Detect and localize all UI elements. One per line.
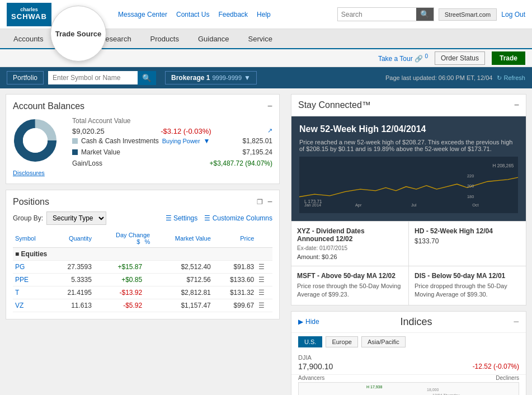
symbol-link[interactable]: T: [15, 289, 19, 297]
contact-us-link[interactable]: Contact Us: [176, 11, 209, 18]
customize-columns-link[interactable]: ☰ Customize Columns: [204, 214, 272, 222]
total-value-row: $9,020.25 -$3.12 (-0.03%) ↗: [72, 127, 272, 135]
symbol-link[interactable]: VZ: [15, 302, 23, 309]
price-cell: $99.67: [213, 299, 257, 312]
djia-chart: H 17,938 H 17,915 Wednesday Close 17,912…: [298, 382, 519, 395]
logo: charlesSCHWAB: [7, 3, 51, 26]
minimize-positions-button[interactable]: −: [267, 197, 272, 207]
tab-europe[interactable]: Europe: [326, 336, 357, 347]
account-balances-card: Account Balances − Total Account Value $…: [6, 94, 280, 184]
settings-icon: ☰: [166, 214, 172, 222]
top-search-button[interactable]: 🔍: [416, 8, 434, 21]
news-title-3: DIS - Below 50-day MA 12/01: [415, 272, 520, 280]
news-exdate-0: Ex-date: 01/07/2015: [297, 245, 403, 251]
total-value-label: Total Account Value: [72, 117, 272, 125]
order-status-button[interactable]: Order Status: [435, 51, 485, 65]
symbol-cell: VZ: [13, 299, 50, 312]
portfolio-tab[interactable]: Portfolio: [7, 71, 44, 84]
stay-connected-card: Stay Connected™ − New 52-Week High 12/04…: [291, 94, 526, 305]
idx-djia-name: DJIA: [298, 354, 519, 361]
row-menu-cell: ☰: [256, 299, 272, 312]
news-body-2: Price rose through the 50-Day Moving Ave…: [297, 282, 403, 299]
cash-amount: $1,825.01: [243, 137, 272, 145]
symbol-cell: T: [13, 286, 50, 299]
nav-products[interactable]: Products: [142, 30, 188, 48]
streetsmart-button[interactable]: StreetSmart.com: [439, 8, 497, 21]
brokerage-badge: Brokerage 1 9999-9999 ▼: [165, 71, 257, 84]
indices-tabs: U.S. Europe Asia/Pacific: [291, 333, 526, 351]
top-search-input[interactable]: [338, 8, 416, 21]
svg-text:Apr: Apr: [355, 203, 362, 208]
idx-djia-change: -12.52 (-0.07%): [473, 363, 519, 370]
row-menu-icon[interactable]: ☰: [258, 276, 265, 284]
symbol-cell: PPE: [13, 274, 50, 286]
logout-link[interactable]: Log Out: [501, 11, 525, 18]
buying-power-link[interactable]: Buying Power: [162, 138, 200, 144]
settings-link[interactable]: ☰ Settings: [166, 214, 198, 222]
idx-djia: DJIA 17,900.10 -12.52 (-0.07%): [291, 351, 526, 375]
indices-panel: ▶ Hide Indices − U.S. Europe Asia/Pacifi…: [291, 311, 526, 395]
disclosures-link[interactable]: Disclosures: [13, 170, 45, 176]
change-dollar-cell: -$13.92: [94, 286, 144, 299]
market-amount: $7,195.24: [243, 148, 272, 156]
take-tour-link[interactable]: Take a Tour 🔗 0: [378, 53, 428, 63]
feedback-link[interactable]: Feedback: [218, 11, 248, 18]
symbol-bar: Portfolio 🔍 Brokerage 1 9999-9999 ▼ Page…: [0, 67, 532, 88]
change-dollar-cell: -$5.92: [94, 299, 144, 312]
cash-line: Cash & Cash Investments Buying Power ▼ $…: [72, 135, 272, 147]
quantity-cell: 11.613: [50, 299, 94, 312]
row-menu-icon[interactable]: ☰: [258, 302, 265, 309]
main-content: Account Balances − Total Account Value $…: [0, 88, 532, 395]
positions-section-header: ■ Equities: [13, 248, 272, 261]
stay-connected-header: Stay Connected™ −: [291, 95, 526, 116]
row-menu-icon[interactable]: ☰: [258, 289, 265, 297]
market-value-cell: $2,512.40: [152, 261, 213, 274]
tab-us[interactable]: U.S.: [298, 336, 322, 347]
nav-service[interactable]: Service: [239, 30, 281, 48]
idx-djia-values: 17,900.10 -12.52 (-0.07%): [298, 362, 519, 371]
group-by-select[interactable]: Security Type: [46, 211, 106, 225]
symbol-search-button[interactable]: 🔍: [138, 71, 156, 85]
donut-chart: [13, 118, 63, 168]
positions-card: Positions ❐ − Group By: Security Type ☰ …: [6, 190, 280, 319]
message-center-link[interactable]: Message Center: [118, 11, 167, 18]
account-balances-header: Account Balances −: [13, 101, 272, 111]
customize-icon: ☰: [204, 214, 210, 222]
minimize-stay-button[interactable]: −: [514, 100, 519, 110]
nav-accounts[interactable]: Accounts: [4, 30, 52, 48]
price-cell: $133.60: [213, 274, 257, 286]
group-by-control: Group By: Security Type: [13, 211, 106, 225]
page-info: Page last updated: 06:00 PM ET, 12/04 ↻ …: [385, 74, 525, 82]
top-right-actions: 🔍 StreetSmart.com Log Out: [337, 7, 525, 21]
news-title-2: MSFT - Above 50-day MA 12/02: [297, 272, 403, 280]
cash-color-indicator: [72, 138, 78, 144]
symbol-link[interactable]: PG: [15, 263, 25, 271]
market-label: Market Value: [81, 148, 120, 156]
symbol-link[interactable]: PPE: [15, 276, 29, 284]
svg-text:18,000: 18,000: [427, 388, 439, 392]
symbol-input[interactable]: [48, 71, 138, 84]
chart-high-label: H 208,265: [493, 163, 514, 168]
expand-positions-icon[interactable]: ❐: [257, 198, 263, 206]
stay-body: Price reached a new 52-week high of $208…: [299, 139, 518, 152]
minimize-balances-button[interactable]: −: [267, 101, 272, 111]
hide-indices-button[interactable]: ▶ Hide: [298, 318, 319, 326]
quantity-cell: 21.4195: [50, 286, 94, 299]
row-menu-icon[interactable]: ☰: [258, 263, 265, 271]
stay-headline: New 52-Week High 12/04/2014: [299, 124, 518, 134]
quantity-cell: 5.3335: [50, 274, 94, 286]
gain-amount: +$3,487.72 (94.07%): [210, 159, 272, 167]
help-link[interactable]: Help: [257, 11, 271, 18]
trade-button[interactable]: Trade: [492, 51, 525, 65]
top-bar: charlesSCHWAB Trade Source Message Cente…: [0, 0, 532, 29]
refresh-link[interactable]: ↻ Refresh: [497, 74, 525, 82]
col-market-value: Market Value: [152, 229, 213, 248]
nav-guidance[interactable]: Guidance: [189, 30, 238, 48]
market-line: Market Value $7,195.24: [72, 147, 272, 158]
col-day-change: Day Change $ %: [94, 229, 152, 248]
col-price: Price: [213, 229, 257, 248]
table-row: PPE 5.3335 +$0.85 $712.56 $133.60 ☰: [13, 274, 272, 286]
stay-chart: H 208,265 L 173.71 Jan 2014 Apr Jul Oct …: [299, 159, 518, 209]
stay-connected-grid: New 52-Week High 12/04/2014 Price reache…: [291, 116, 526, 305]
tab-asia[interactable]: Asia/Pacific: [361, 336, 406, 347]
